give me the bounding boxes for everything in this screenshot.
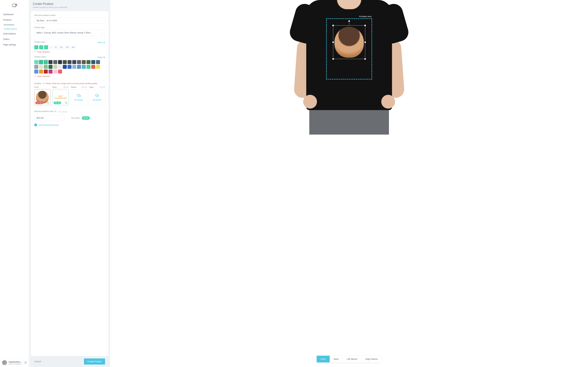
size-chip[interactable]: 2XL (59, 45, 64, 49)
nav-all-products[interactable]: All products (0, 23, 29, 27)
color-swatch[interactable] (63, 60, 67, 64)
tab-right-sleeve[interactable]: Right Sleeve (362, 356, 381, 362)
gear-icon[interactable] (24, 361, 27, 364)
color-swatch[interactable] (44, 60, 48, 64)
color-swatch[interactable] (77, 60, 81, 64)
nav-dashboard[interactable]: Dashboard (0, 12, 29, 17)
color-swatch[interactable] (53, 60, 57, 64)
add-sub-pricing[interactable]: + Add sub based pricing (34, 124, 105, 126)
color-swatch[interactable] (39, 70, 43, 74)
design-selection[interactable] (333, 25, 365, 59)
graphic-back-col: Back +$5.95 NATE DA BASED GOD 381 dpi ✕ (52, 86, 69, 105)
nav-products[interactable]: Products ⌃ (0, 17, 29, 23)
user-subtitle: twitch.tv/natewich (9, 363, 23, 365)
min-price: Min. $16.00 (59, 111, 67, 113)
color-swatch[interactable] (96, 60, 100, 64)
color-swatch[interactable] (68, 60, 71, 64)
color-swatch[interactable] (86, 60, 90, 64)
color-swatch[interactable] (49, 70, 52, 74)
product-type-select[interactable]: Bella + Canvas 3001 Unisex Short Sleeve … (34, 30, 105, 36)
divider (34, 39, 105, 39)
price-input[interactable] (34, 115, 65, 121)
color-swatch[interactable] (72, 65, 76, 69)
resize-handle[interactable] (332, 58, 334, 60)
tab-left-sleeve[interactable]: Left Sleeve (343, 356, 362, 362)
avatar[interactable] (2, 360, 7, 365)
sizes-clear[interactable]: ✕ Clear selection (34, 51, 105, 53)
size-chip[interactable]: 4XL (71, 45, 76, 49)
close-icon: ✕ (34, 51, 36, 53)
graphic-label-box[interactable]: Add graphic (89, 89, 105, 105)
resize-handle[interactable] (364, 25, 366, 26)
color-swatch[interactable] (49, 65, 52, 69)
color-swatch[interactable] (53, 70, 57, 74)
color-swatch[interactable] (34, 65, 38, 69)
color-swatch[interactable] (34, 70, 38, 74)
gfx-label-label: Label (89, 86, 93, 88)
colors-clear[interactable]: ✕ Clear selection (34, 75, 105, 77)
page-subtitle: Create a product to sell to your communi… (33, 6, 107, 8)
size-chip[interactable]: ✓ (34, 45, 38, 49)
size-chip[interactable]: ✓ (44, 45, 48, 49)
page-title: Create Product (33, 2, 107, 6)
size-chip[interactable]: ✓ (39, 45, 43, 49)
color-swatch[interactable] (44, 70, 48, 74)
nav-page-settings[interactable]: Page settings (0, 42, 29, 47)
preview-panel: Printable area Front Back Left Sleeve Ri… (110, 0, 588, 367)
resize-handle[interactable] (364, 58, 366, 60)
rotate-handle[interactable] (348, 20, 350, 22)
info-icon[interactable]: i (54, 110, 57, 112)
sizes-select-all[interactable]: Select all (97, 42, 105, 44)
nav-create-product[interactable]: Create product (0, 27, 29, 31)
color-swatch[interactable] (39, 65, 43, 69)
tab-front[interactable]: Front (317, 356, 330, 362)
chevron-down-icon: ⌄ (24, 33, 26, 35)
color-swatch[interactable] (72, 60, 76, 64)
remove-graphic-icon[interactable]: ✕ (47, 101, 49, 104)
size-chip[interactable]: 3XL (65, 45, 70, 49)
graphic-sleeve-box[interactable]: Add graphic (71, 89, 87, 105)
resize-handle[interactable] (332, 42, 334, 43)
cancel-button[interactable]: Cancel (34, 360, 41, 363)
design-graphic[interactable] (334, 27, 364, 58)
color-swatch[interactable] (58, 70, 62, 74)
product-name-input[interactable] (34, 17, 105, 24)
dpi-badge: 381 dpi (54, 101, 61, 104)
nav-orders[interactable]: Orders (0, 36, 29, 42)
graphic-front-box[interactable]: 114 dpi ✕ (34, 89, 50, 105)
color-swatch[interactable] (34, 60, 38, 64)
color-swatch[interactable] (44, 65, 48, 69)
resize-handle[interactable] (364, 42, 366, 43)
graphic-label-col: Label +$2.95 Add graphic (89, 86, 105, 105)
nav: Dashboard Products ⌃ All products Create… (0, 10, 29, 358)
neck (340, 0, 358, 3)
size-chip[interactable]: XL (54, 45, 58, 49)
color-swatch[interactable] (68, 65, 71, 69)
chevron-up-icon: ⌃ (24, 19, 26, 21)
color-swatch[interactable] (77, 65, 81, 69)
tab-back[interactable]: Back (330, 356, 343, 362)
color-swatch[interactable] (58, 60, 62, 64)
color-swatch[interactable] (91, 60, 95, 64)
color-swatch[interactable] (82, 60, 86, 64)
graphic-back-box[interactable]: NATE DA BASED GOD 381 dpi ✕ (52, 89, 69, 105)
remove-graphic-icon[interactable]: ✕ (65, 101, 68, 104)
colors-select-all[interactable]: Select all (97, 56, 105, 58)
color-swatch[interactable] (96, 65, 100, 69)
color-swatch[interactable] (53, 65, 57, 69)
gfx-front-label: Front (34, 86, 39, 88)
color-swatch[interactable] (39, 60, 43, 64)
svg-point-0 (12, 4, 16, 7)
size-chip[interactable]: L (49, 45, 53, 49)
info-icon[interactable]: i (43, 83, 45, 84)
color-swatch[interactable] (82, 65, 86, 69)
color-swatch[interactable] (58, 65, 62, 69)
hand-left (303, 95, 317, 108)
create-product-button[interactable]: Create Product (84, 359, 105, 365)
color-swatch[interactable] (86, 65, 90, 69)
nav-subscriptions[interactable]: Subscriptions ⌄ (0, 31, 29, 36)
resize-handle[interactable] (332, 25, 334, 26)
color-swatch[interactable] (49, 60, 52, 64)
color-swatch[interactable] (63, 65, 67, 69)
color-swatch[interactable] (91, 65, 95, 69)
